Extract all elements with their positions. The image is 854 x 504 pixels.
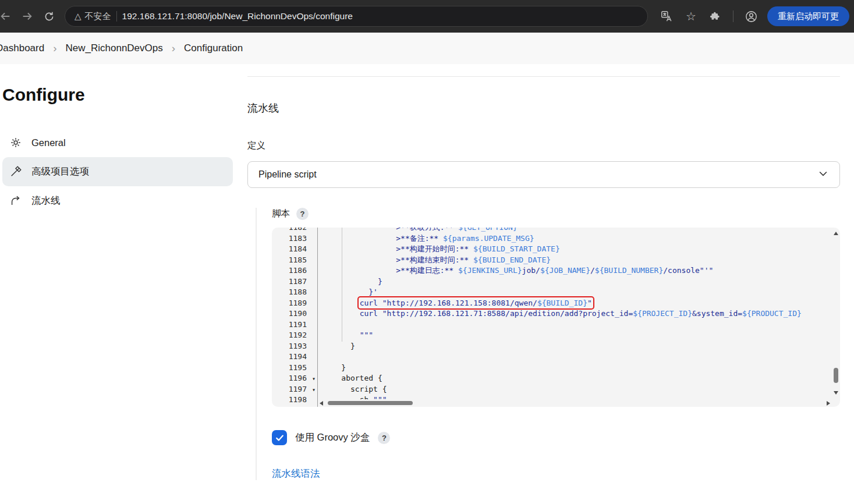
profile-icon[interactable]: [744, 9, 758, 23]
code-line: 1188 }': [272, 287, 832, 298]
reload-icon[interactable]: [43, 10, 55, 23]
line-number: 1189: [272, 298, 317, 309]
line-number: 1182: [272, 228, 317, 233]
token-str: /: [590, 266, 595, 275]
sidebar-item-高级项目选项[interactable]: 高级项目选项: [2, 157, 233, 186]
code-line: 1191: [272, 320, 832, 331]
scroll-left-icon[interactable]: [320, 401, 323, 406]
token-var: ${BUILD_START_DATE}: [473, 244, 560, 253]
code-text: [317, 352, 323, 363]
forward-icon[interactable]: [21, 10, 34, 23]
breadcrumb-separator-icon: ›: [172, 42, 175, 55]
script-help-button[interactable]: ?: [296, 208, 309, 220]
token-var: ${params.UPDATE_MSG}: [443, 234, 534, 243]
line-number: 1192: [272, 330, 317, 341]
line-number: 1196▾: [272, 373, 317, 384]
line-number: 1195: [272, 363, 317, 374]
line-number: 1190: [272, 308, 317, 320]
content-area: 流水线 定义 Pipeline script 脚本 ? 1182 >**获取方: [247, 64, 840, 480]
code-line: 1193 }: [272, 341, 832, 352]
browser-toolbar: △ 不安全 192.168.121.71:8080/job/New_Richon…: [0, 0, 854, 33]
horizontal-scroll-thumb[interactable]: [328, 401, 413, 405]
token-plain: aborted {: [341, 374, 382, 382]
pipeline-icon: [9, 194, 22, 207]
scroll-right-icon[interactable]: [827, 401, 830, 406]
vertical-scroll-thumb[interactable]: [834, 368, 838, 383]
security-label: 不安全: [85, 11, 111, 22]
token-plain: script {: [350, 385, 387, 393]
fold-marker-icon[interactable]: ▾: [312, 385, 316, 396]
breadcrumb-item[interactable]: New_RichonnDevOps: [66, 42, 163, 54]
pipeline-syntax-link[interactable]: 流水线语法: [272, 467, 320, 480]
code-line: 1189 curl "http://192.168.121.158:8081/q…: [272, 298, 832, 309]
token-var: ${JENKINS_URL}: [458, 266, 522, 275]
code-text: curl "http://192.168.121.71:8588/api/edi…: [317, 308, 802, 320]
token-var: ${BUILD_NUMBER}: [595, 266, 663, 275]
token-str: >**构建日志:**: [396, 266, 458, 275]
horizontal-scrollbar[interactable]: [318, 399, 832, 407]
line-number: 1194: [272, 352, 317, 363]
pipeline-section-title: 流水线: [247, 101, 840, 115]
line-number: 1193: [272, 341, 317, 352]
token-var: ${BUILD_ID}: [537, 299, 587, 307]
scroll-down-icon[interactable]: [834, 391, 838, 395]
back-icon[interactable]: [0, 10, 12, 23]
translate-icon[interactable]: [660, 9, 674, 23]
code-text: curl "http://192.168.121.158:8081/qwen/$…: [317, 298, 592, 309]
warning-icon: △: [75, 11, 81, 22]
sidebar-item-general[interactable]: General: [2, 128, 233, 157]
code-line: 1182 >**获取方式:** ${GET_OPTION}: [272, 228, 832, 233]
pipeline-script-editor[interactable]: 1182 >**获取方式:** ${GET_OPTION}1183 >**备注:…: [272, 228, 840, 407]
security-warning[interactable]: △ 不安全: [75, 11, 111, 22]
token-str: >**获取方式:**: [396, 228, 458, 232]
url-text[interactable]: 192.168.121.71:8080/job/New_RichonnDevOp…: [122, 11, 353, 22]
token-str: >**备注:**: [396, 234, 443, 243]
sidebar-item-流水线[interactable]: 流水线: [2, 186, 233, 215]
extensions-icon[interactable]: [708, 9, 722, 23]
code-text: >**构建结束时间:** ${BUILD_END_DATE}: [317, 255, 551, 266]
restart-update-button[interactable]: 重新启动即可更: [767, 6, 849, 26]
line-number: 1186: [272, 265, 317, 276]
main-area: Configure General高级项目选项流水线 流水线 定义 Pipeli…: [0, 64, 854, 480]
code-line: 1197▾ script {: [272, 384, 832, 395]
token-str: curl "http://192.168.121.158:8081/qwen/: [360, 299, 537, 307]
address-bar[interactable]: △ 不安全 192.168.121.71:8080/job/New_Richon…: [65, 6, 648, 27]
highlight-annotation-box: curl "http://192.168.121.158:8081/qwen/$…: [360, 299, 592, 307]
code-text: """: [317, 330, 373, 341]
fold-marker-icon[interactable]: ▾: [312, 374, 316, 385]
token-str: ": [587, 299, 592, 307]
line-number: 1187: [272, 276, 317, 288]
code-line: 1194: [272, 352, 832, 363]
token-var: ${PROJECT_ID}: [633, 309, 692, 318]
line-number: 1184: [272, 244, 317, 255]
scroll-up-icon[interactable]: [834, 232, 838, 235]
bookmark-star-icon[interactable]: ☆: [684, 9, 698, 23]
breadcrumb-item[interactable]: Dashboard: [0, 42, 44, 54]
token-var: ${JOB_NAME}: [540, 266, 590, 275]
code-line: 1183 >**备注:** ${params.UPDATE_MSG}: [272, 233, 832, 244]
code-line: 1196▾ aborted {: [272, 373, 832, 384]
breadcrumb-item[interactable]: Configuration: [184, 42, 243, 54]
line-number: 1198: [272, 395, 317, 406]
token-plain: }: [350, 342, 355, 350]
code-text: aborted {: [317, 373, 382, 384]
sidebar-nav: General高级项目选项流水线: [2, 128, 233, 215]
sandbox-help-button[interactable]: ?: [378, 432, 390, 444]
line-number: 1183: [272, 233, 317, 244]
code-line: 1190 curl "http://192.168.121.71:8588/ap…: [272, 308, 832, 320]
groovy-sandbox-checkbox[interactable]: [272, 430, 287, 445]
line-number: 1191: [272, 320, 317, 331]
breadcrumb: Dashboard›New_RichonnDevOps›Configuratio…: [0, 33, 854, 64]
toolbar-icons: ☆: [660, 9, 758, 23]
token-var: ${BUILD_END_DATE}: [473, 255, 551, 264]
token-str: /console"'": [663, 266, 713, 275]
toolbar-divider: [733, 10, 733, 22]
code-text: >**构建开始时间:** ${BUILD_START_DATE}: [317, 244, 560, 255]
token-plain: }: [341, 363, 346, 372]
definition-select[interactable]: Pipeline script: [247, 161, 840, 188]
line-number: 1197▾: [272, 384, 317, 395]
code-area[interactable]: 1182 >**获取方式:** ${GET_OPTION}1183 >**备注:…: [272, 228, 832, 407]
code-text: script {: [317, 384, 387, 395]
wrench-icon: [9, 165, 22, 178]
vertical-scrollbar[interactable]: [832, 228, 840, 399]
